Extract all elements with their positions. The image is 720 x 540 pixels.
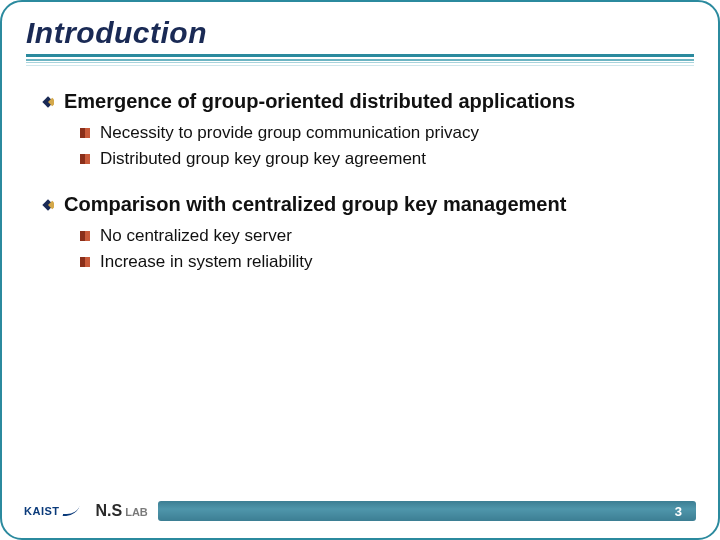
kaist-swoosh-icon — [62, 506, 80, 516]
title-underline — [26, 54, 694, 70]
list-item-text: Necessity to provide group communication… — [100, 123, 479, 143]
list-item-text: Distributed group key group key agreemen… — [100, 149, 426, 169]
list-item: Necessity to provide group communication… — [80, 123, 678, 143]
svg-rect-9 — [80, 231, 85, 241]
kaist-text: KAIST — [24, 505, 60, 517]
bullet-diamond-icon — [42, 96, 54, 108]
section-items: No centralized key server Increase in sy… — [42, 226, 678, 272]
nslab-main: N.S — [96, 502, 123, 520]
title-area: Introduction — [26, 16, 694, 70]
list-item: Distributed group key group key agreemen… — [80, 149, 678, 169]
bullet-square-icon — [80, 231, 90, 241]
section-2: Comparison with centralized group key ma… — [42, 193, 678, 272]
svg-rect-11 — [80, 257, 85, 267]
section-heading: Comparison with centralized group key ma… — [42, 193, 678, 216]
footer: KAIST N.SLAB 3 — [2, 496, 718, 526]
page-title: Introduction — [26, 16, 694, 50]
bullet-square-icon — [80, 154, 90, 164]
bullet-square-icon — [80, 257, 90, 267]
section-heading-text: Comparison with centralized group key ma… — [64, 193, 566, 216]
bullet-square-icon — [80, 128, 90, 138]
svg-rect-5 — [80, 154, 85, 164]
nslab-sub: LAB — [125, 506, 148, 518]
section-heading-text: Emergence of group-oriented distributed … — [64, 90, 575, 113]
nslab-logo: N.SLAB — [96, 502, 148, 520]
svg-rect-3 — [80, 128, 85, 138]
list-item: No centralized key server — [80, 226, 678, 246]
list-item-text: No centralized key server — [100, 226, 292, 246]
section-heading: Emergence of group-oriented distributed … — [42, 90, 678, 113]
section-items: Necessity to provide group communication… — [42, 123, 678, 169]
list-item-text: Increase in system reliability — [100, 252, 313, 272]
kaist-logo: KAIST — [24, 505, 78, 517]
bullet-diamond-icon — [42, 199, 54, 211]
footer-bar: 3 — [158, 501, 696, 521]
list-item: Increase in system reliability — [80, 252, 678, 272]
section-1: Emergence of group-oriented distributed … — [42, 90, 678, 169]
slide-frame: Introduction Emergence of group-oriented… — [0, 0, 720, 540]
content-area: Emergence of group-oriented distributed … — [2, 70, 718, 272]
slide-number: 3 — [675, 504, 682, 519]
